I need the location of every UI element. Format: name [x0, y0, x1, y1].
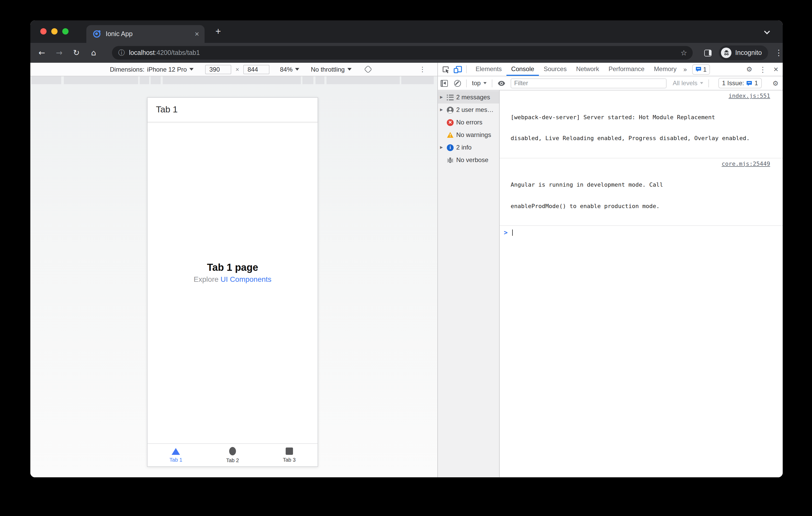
- ui-components-link[interactable]: UI Components: [221, 275, 271, 283]
- url-bar[interactable]: ⓘ localhost:4200/tabs/tab1 ☆: [112, 46, 693, 60]
- bookmark-star-icon[interactable]: ☆: [681, 49, 687, 57]
- devtools-menu-icon[interactable]: ⋮: [759, 65, 766, 73]
- devtools-settings-gear-icon[interactable]: ⚙: [746, 65, 752, 73]
- rotate-device-icon[interactable]: [364, 65, 372, 73]
- sidebar-item-label: 2 info: [456, 144, 472, 151]
- sidebar-item-label: No errors: [456, 119, 483, 126]
- clear-console-icon[interactable]: [454, 80, 461, 87]
- zoom-value: 84%: [280, 66, 292, 73]
- expander-icon[interactable]: ▶: [440, 108, 444, 112]
- side-panel-icon[interactable]: [704, 50, 712, 56]
- media-query-segment[interactable]: [64, 76, 138, 84]
- sidebar-item-errors[interactable]: ✕ No errors: [438, 116, 499, 129]
- new-tab-button[interactable]: +: [211, 25, 225, 39]
- incognito-label: Incognito: [735, 49, 762, 57]
- devtools-tab-performance[interactable]: Performance: [604, 63, 649, 76]
- more-tabs-icon[interactable]: »: [683, 66, 687, 73]
- tab-strip: Ionic App ✕ +: [30, 20, 783, 43]
- console-prompt[interactable]: >: [500, 226, 783, 236]
- divider: [466, 79, 467, 87]
- app-content: Tab 1 page Explore UI Components: [148, 123, 318, 443]
- issues-badge[interactable]: 1: [692, 64, 710, 74]
- media-query-segment[interactable]: [163, 76, 301, 84]
- zoom-dropdown[interactable]: 84%: [280, 66, 299, 73]
- media-query-segment[interactable]: [31, 76, 61, 84]
- issues-button[interactable]: 1 Issue: 1: [718, 78, 761, 88]
- chevron-down-icon: [483, 82, 486, 84]
- app-tab-1[interactable]: Tab 1: [148, 444, 204, 466]
- live-expression-eye-icon[interactable]: [497, 80, 505, 86]
- sidebar-item-info[interactable]: ▶ i 2 info: [438, 141, 499, 154]
- browser-tab[interactable]: Ionic App ✕: [86, 25, 205, 43]
- devtools-close-icon[interactable]: ✕: [773, 66, 779, 73]
- sidebar-item-warnings[interactable]: No warnings: [438, 129, 499, 141]
- home-icon[interactable]: ⌂: [89, 48, 98, 58]
- chevron-down-icon: [700, 82, 703, 84]
- app-tab-3[interactable]: Tab 3: [261, 444, 318, 466]
- explore-prefix: Explore: [194, 275, 221, 283]
- console-settings-gear-icon[interactable]: ⚙: [773, 79, 779, 87]
- console-sidebar: ▶ 2 messages ▶ 2 user mes…: [438, 90, 500, 477]
- issues-label: 1 Issue:: [722, 80, 744, 87]
- devtools-tab-console[interactable]: Console: [506, 63, 539, 76]
- back-icon[interactable]: ←: [38, 48, 46, 58]
- console-message[interactable]: index.js:551 [webpack-dev-server] Server…: [500, 90, 783, 158]
- media-query-segment[interactable]: [151, 76, 161, 84]
- device-select-dropdown[interactable]: Dimensions: iPhone 12 Pro: [110, 66, 194, 73]
- throttling-value: No throttling: [311, 66, 345, 73]
- media-query-segment[interactable]: [316, 76, 324, 84]
- chrome-menu-icon[interactable]: ⋮: [775, 48, 783, 58]
- device-width-input[interactable]: [205, 65, 231, 74]
- prompt-chevron-icon: >: [504, 229, 508, 236]
- warning-icon: [447, 131, 454, 138]
- issues-badge-count: 1: [703, 66, 706, 73]
- forward-icon[interactable]: →: [55, 48, 63, 58]
- expander-icon[interactable]: ▶: [440, 95, 444, 99]
- sidebar-item-user-messages[interactable]: ▶ 2 user mes…: [438, 103, 499, 116]
- device-toolbar: Dimensions: iPhone 12 Pro × 84% No throt…: [30, 63, 437, 76]
- app-tab-2[interactable]: Tab 2: [204, 444, 261, 466]
- device-height-input[interactable]: [243, 65, 269, 74]
- media-query-segment[interactable]: [140, 76, 149, 84]
- close-window-button[interactable]: [40, 28, 47, 34]
- throttling-dropdown[interactable]: No throttling: [311, 66, 351, 73]
- tab-search-chevron-icon[interactable]: [764, 29, 770, 34]
- minimize-window-button[interactable]: [51, 28, 58, 34]
- issues-count: 1: [754, 80, 758, 87]
- site-info-icon[interactable]: ⓘ: [118, 48, 125, 57]
- url-host: localhost: [129, 49, 155, 57]
- app-header: Tab 1: [148, 98, 318, 122]
- verbose-bug-icon: [447, 157, 454, 163]
- zoom-window-button[interactable]: [62, 28, 68, 34]
- device-viewport: Tab 1 Tab 1 page Explore UI Components T…: [147, 97, 318, 467]
- expander-icon[interactable]: ▶: [440, 145, 444, 150]
- page-title: Tab 1 page: [148, 262, 318, 273]
- devtools-tab-sources[interactable]: Sources: [539, 63, 571, 76]
- source-link[interactable]: index.js:551: [729, 93, 770, 99]
- console-toolbar: top All levels 1 Issue:: [438, 76, 783, 90]
- devtools-tab-memory[interactable]: Memory: [649, 63, 682, 76]
- media-query-segment[interactable]: [401, 76, 434, 84]
- console-body: ▶ 2 messages ▶ 2 user mes…: [438, 90, 783, 477]
- message-line: enableProdMode() to enable production mo…: [511, 203, 725, 210]
- tab-label: Tab 1: [170, 457, 182, 462]
- sidebar-item-all-messages[interactable]: ▶ 2 messages: [438, 91, 499, 103]
- chevron-down-icon: [295, 68, 299, 70]
- toggle-console-sidebar-icon[interactable]: [440, 80, 448, 87]
- javascript-context-dropdown[interactable]: top: [472, 80, 486, 87]
- source-link[interactable]: core.mjs:25449: [722, 160, 770, 167]
- sidebar-item-verbose[interactable]: No verbose: [438, 154, 499, 166]
- device-toolbar-menu-icon[interactable]: ⋮: [419, 65, 426, 73]
- log-levels-dropdown[interactable]: All levels: [673, 80, 703, 87]
- close-tab-icon[interactable]: ✕: [195, 25, 199, 43]
- reload-icon[interactable]: ↻: [72, 48, 81, 58]
- toggle-device-toolbar-icon[interactable]: [454, 66, 462, 73]
- console-filter-input[interactable]: [511, 78, 666, 88]
- media-query-segment[interactable]: [302, 76, 313, 84]
- inspect-element-icon[interactable]: [442, 66, 450, 73]
- media-query-segment[interactable]: [326, 76, 400, 84]
- console-message[interactable]: core.mjs:25449 Angular is running in dev…: [500, 158, 783, 226]
- devtools-tab-elements[interactable]: Elements: [471, 63, 506, 76]
- tab-label: Tab 3: [283, 457, 296, 463]
- devtools-tab-network[interactable]: Network: [571, 63, 604, 76]
